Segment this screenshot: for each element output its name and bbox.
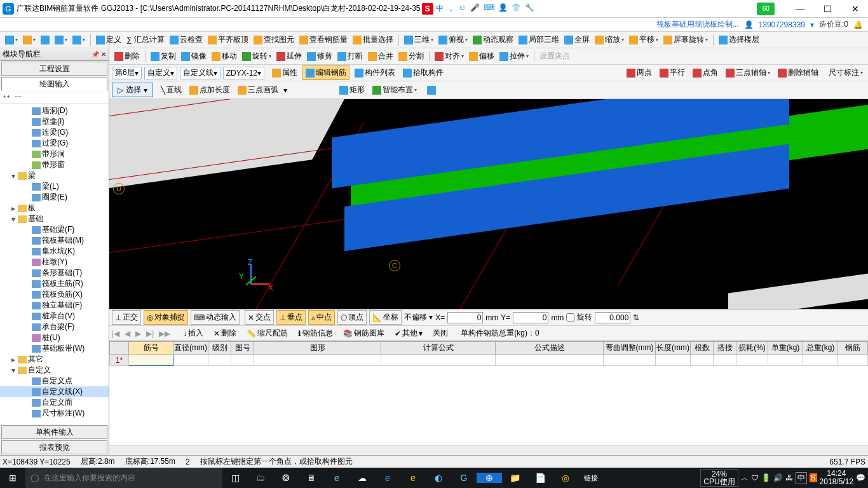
x-input[interactable]: [447, 312, 483, 323]
sogou-ime-icon[interactable]: S: [422, 3, 433, 15]
rotate-button[interactable]: 旋转▾: [240, 50, 274, 63]
delete-button[interactable]: 删除: [112, 50, 142, 63]
mid-snap[interactable]: ▵ 中点: [308, 310, 335, 325]
safety-badge[interactable]: 60: [757, 3, 775, 15]
tree-item[interactable]: 条形基础(T): [0, 268, 109, 278]
rect-tool[interactable]: 矩形: [337, 83, 367, 97]
tray-battery-icon[interactable]: 🔋: [761, 473, 771, 482]
attributes-button[interactable]: 属性: [269, 66, 300, 79]
sum-calc-button[interactable]: ∑ 汇总计算: [124, 33, 167, 46]
ime-icons[interactable]: 中 ， ☺ 🎤 ⌨ 👤 👕 🔧: [436, 3, 534, 14]
col-shape[interactable]: 图形: [254, 342, 381, 355]
type-select[interactable]: 自定义线 ▾: [180, 67, 220, 79]
extra-tool[interactable]: [424, 85, 438, 96]
user-icon[interactable]: 👤: [744, 20, 754, 29]
ime-kbd-icon[interactable]: ⌨: [484, 3, 494, 14]
user-dropdown-icon[interactable]: ▾: [810, 20, 814, 29]
expand-icon[interactable]: ⁺⁺: [3, 93, 10, 102]
point-length-tool[interactable]: 点加长度: [187, 83, 233, 97]
save-button[interactable]: [38, 34, 52, 46]
coord-snap[interactable]: 📐 坐标: [369, 310, 402, 325]
tree-item[interactable]: 连梁(G): [0, 127, 109, 138]
ortho-toggle[interactable]: ⊥ 正交: [112, 310, 141, 325]
delaux-button[interactable]: 删除辅轴: [775, 66, 821, 79]
tree-item[interactable]: 桩承台(V): [0, 311, 109, 322]
col-count[interactable]: 根数: [691, 342, 714, 355]
cortana-icon[interactable]: ◯: [31, 473, 39, 482]
dyninput-toggle[interactable]: ⌨ 动态输入: [191, 310, 240, 325]
close-grid-button[interactable]: 关闭: [430, 327, 451, 340]
fullscreen-button[interactable]: 全屏: [562, 33, 592, 46]
tree-item[interactable]: 筏板主筋(R): [0, 278, 109, 289]
col-fig-no[interactable]: 图号: [231, 342, 254, 355]
tab-report-preview[interactable]: 报表预览: [1, 440, 107, 454]
tree-item-selected[interactable]: 自定义线(X): [0, 386, 109, 397]
start-button[interactable]: ⊞: [0, 473, 25, 483]
ime-tool-icon[interactable]: 🔧: [525, 3, 534, 14]
osnap-toggle[interactable]: ◎ 对象捕捉: [144, 310, 188, 325]
tray-sogou-icon[interactable]: S: [810, 473, 817, 482]
tree-item[interactable]: 尺寸标注(W): [0, 408, 109, 419]
y-input[interactable]: [513, 312, 548, 323]
floor-select[interactable]: 第6层 ▾: [112, 67, 142, 79]
tree-group-custom[interactable]: ▾自定义: [0, 365, 109, 376]
tree-group-board[interactable]: ▸板: [0, 203, 109, 214]
tray-shield-icon[interactable]: 🛡: [751, 473, 759, 482]
tree-item[interactable]: 独立基础(F): [0, 300, 109, 311]
tree-item[interactable]: 墙洞(D): [0, 105, 109, 116]
zoom-button[interactable]: 缩放▾: [592, 33, 627, 46]
align-button[interactable]: 对齐▾: [432, 50, 466, 63]
threeaux-button[interactable]: 三点辅轴▾: [723, 66, 773, 79]
tray-chevron-up-icon[interactable]: ︿: [741, 473, 749, 484]
tree-item[interactable]: 壁龛(I): [0, 116, 109, 127]
row-header[interactable]: 1*: [110, 355, 129, 366]
col-loss[interactable]: 损耗(%): [736, 342, 768, 355]
undo-button[interactable]: ▾: [52, 34, 70, 46]
extend-button[interactable]: 延伸: [274, 50, 304, 63]
tree-item[interactable]: 梁(L): [0, 181, 109, 192]
apex-snap[interactable]: ⬠ 顶点: [337, 310, 367, 325]
tree-group-other[interactable]: ▸其它: [0, 354, 109, 365]
next-icon[interactable]: ▶: [135, 329, 141, 338]
tray-notif-icon[interactable]: 💬: [856, 473, 865, 482]
app-icon-6[interactable]: G: [451, 473, 477, 483]
tree-item[interactable]: 基础板带(W): [0, 343, 109, 354]
three-arc-tool[interactable]: 三点画弧: [235, 83, 281, 97]
app-icon-2[interactable]: ❂: [273, 473, 299, 483]
rotate-checkbox[interactable]: [566, 313, 574, 322]
pointangle-button[interactable]: 点角: [690, 66, 721, 79]
tree-item[interactable]: 带形洞: [0, 149, 109, 159]
offset-mode[interactable]: 不偏移 ▾: [404, 312, 433, 323]
user-phone[interactable]: 13907298339: [759, 20, 805, 29]
redo-button[interactable]: ▾: [70, 34, 88, 46]
edge-icon[interactable]: e: [324, 473, 349, 483]
move-button[interactable]: 移动: [209, 50, 240, 63]
edge2-icon[interactable]: e: [375, 473, 400, 483]
trim-button[interactable]: 修剪: [304, 50, 335, 63]
ime-smile-icon[interactable]: ☺: [459, 3, 466, 14]
component-tree[interactable]: 墙洞(D) 壁龛(I) 连梁(G) 过梁(G) 带形洞 带形窗 ▾梁 梁(L) …: [0, 104, 109, 424]
collapse-icon[interactable]: ⁻⁻: [14, 93, 22, 102]
local-3d-button[interactable]: 局部三维: [516, 33, 562, 46]
tree-item[interactable]: 自定义面: [0, 397, 109, 408]
code-select[interactable]: ZDYX-12 ▾: [223, 67, 264, 79]
tab-single-input[interactable]: 单构件输入: [1, 425, 107, 439]
rebar-lib-button[interactable]: 📚 钢筋图库: [341, 327, 387, 340]
tray-volume-icon[interactable]: 🔊: [773, 473, 783, 482]
3d-button[interactable]: 三维▾: [402, 33, 436, 46]
taskbar-search[interactable]: ◯ 在这里输入你要搜索的内容: [25, 468, 222, 488]
horizontal-scrollbar[interactable]: [109, 445, 868, 455]
rotate-input[interactable]: [595, 312, 630, 323]
tree-group-beam[interactable]: ▾梁: [0, 170, 109, 181]
ie-icon[interactable]: e: [400, 473, 426, 483]
tree-item[interactable]: 承台梁(F): [0, 322, 109, 332]
offset-button[interactable]: 偏移: [466, 50, 497, 63]
split-button[interactable]: 分割: [396, 50, 426, 63]
pin-icon[interactable]: 📌 ✕: [92, 51, 106, 58]
bell-icon[interactable]: 🔔: [853, 20, 863, 29]
stretch-button[interactable]: 拉伸▾: [497, 50, 531, 63]
twopoint-button[interactable]: 两点: [624, 66, 654, 79]
lianjie-label[interactable]: 链接: [578, 473, 604, 483]
ime-punct-icon[interactable]: ，: [447, 3, 455, 14]
tray-net-icon[interactable]: 🖧: [785, 473, 793, 482]
